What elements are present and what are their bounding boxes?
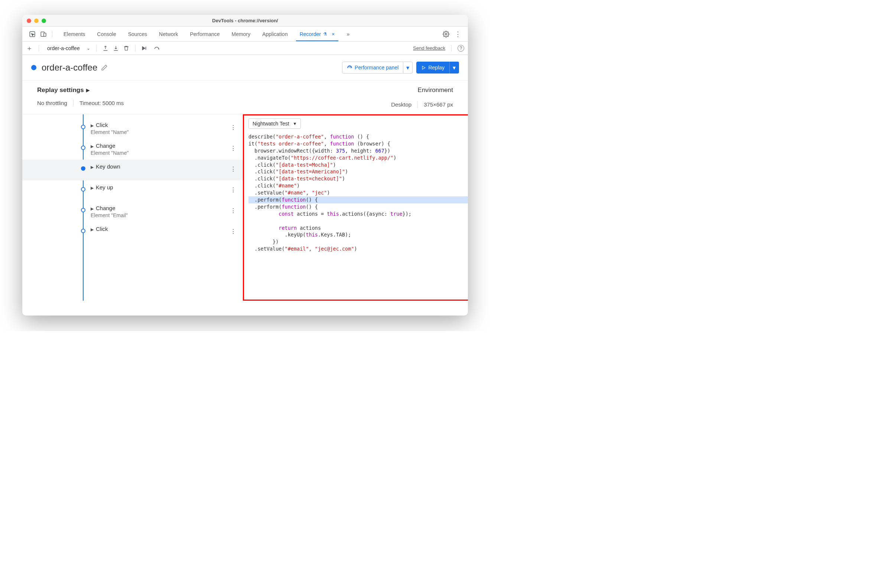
performance-panel-button-group: Performance panel ▾ xyxy=(342,62,412,74)
recording-status-dot-icon xyxy=(31,65,36,70)
step-title: Change xyxy=(96,142,116,149)
device-value: Desktop xyxy=(391,101,411,108)
tab-sources[interactable]: Sources xyxy=(122,27,153,41)
recording-header: order-a-coffee Performance panel ▾ Repla… xyxy=(22,55,468,80)
step-dot-icon xyxy=(81,166,85,171)
step-dot-icon xyxy=(81,208,85,212)
replay-settings-toggle[interactable]: Replay settings ▶ xyxy=(37,86,89,94)
replay-button[interactable]: Replay xyxy=(416,62,449,74)
throttling-value: No throttling xyxy=(37,100,67,106)
steps-timeline: ▶ClickElement "Name"⋮▶ChangeElement "Nam… xyxy=(22,114,243,301)
replay-button-group: Replay ▾ xyxy=(416,62,459,74)
experiment-flask-icon: ⚗ xyxy=(323,31,327,37)
export-icon[interactable] xyxy=(102,45,108,52)
inspect-icon[interactable] xyxy=(29,30,36,37)
chevron-down-icon: ▼ xyxy=(293,121,297,126)
step-item[interactable]: ▶ChangeElement "Name"⋮ xyxy=(22,139,243,160)
step-menu-icon[interactable]: ⋮ xyxy=(230,207,236,214)
svg-rect-2 xyxy=(44,33,46,36)
svg-point-3 xyxy=(445,33,447,35)
step-menu-icon[interactable]: ⋮ xyxy=(230,187,236,193)
step-subtitle: Element "Email" xyxy=(90,212,128,218)
tab-recorder[interactable]: Recorder⚗× xyxy=(294,27,341,41)
step-icon[interactable] xyxy=(153,45,160,52)
play-icon xyxy=(421,65,426,70)
code-view[interactable]: describe("order-a-coffee", function () {… xyxy=(244,132,468,299)
step-dot-icon xyxy=(81,145,85,150)
step-item[interactable]: ▶ClickElement "Name"⋮ xyxy=(22,118,243,139)
tab-console[interactable]: Console xyxy=(91,27,122,41)
step-item[interactable]: ▶Click⋮ xyxy=(22,222,243,243)
edit-title-icon[interactable] xyxy=(101,64,108,71)
gauge-icon xyxy=(347,65,353,71)
main-area: ▶ClickElement "Name"⋮▶ChangeElement "Nam… xyxy=(22,114,468,301)
replay-dropdown[interactable]: ▾ xyxy=(449,62,459,74)
tab-application[interactable]: Application xyxy=(256,27,294,41)
devtools-window: DevTools - chrome://version/ ElementsCon… xyxy=(22,15,468,315)
tab-memory[interactable]: Memory xyxy=(226,27,257,41)
step-title: Change xyxy=(96,205,116,211)
chevron-right-icon: ▶ xyxy=(90,186,93,190)
step-title: Click xyxy=(96,122,108,128)
kebab-menu-icon[interactable]: ⋮ xyxy=(455,30,461,38)
chevron-right-icon: ▶ xyxy=(90,206,93,211)
viewport-value: 375×667 px xyxy=(424,101,453,108)
tab-network[interactable]: Network xyxy=(153,27,184,41)
devtools-tabbar: ElementsConsoleSourcesNetworkPerformance… xyxy=(22,27,468,41)
step-subtitle: Element "Name" xyxy=(90,129,129,135)
settings-gear-icon[interactable] xyxy=(443,30,449,37)
export-format-dropdown[interactable]: Nightwatch Test ▼ xyxy=(248,118,301,129)
chevron-right-icon: ▶ xyxy=(90,227,93,232)
recorder-toolbar: ＋ order-a-coffee ⌄ Send feedback ? xyxy=(22,41,468,55)
tab-performance[interactable]: Performance xyxy=(184,27,225,41)
timeout-value: Timeout: 5000 ms xyxy=(80,100,124,106)
add-recording-button[interactable]: ＋ xyxy=(26,44,33,53)
performance-panel-dropdown[interactable]: ▾ xyxy=(403,62,412,74)
chevron-right-icon: ▶ xyxy=(90,144,93,148)
chevron-right-icon: ▶ xyxy=(86,87,89,93)
step-subtitle: Element "Name" xyxy=(90,150,129,156)
step-dot-icon xyxy=(81,125,85,129)
step-title: Click xyxy=(96,226,108,232)
chevron-right-icon: ▶ xyxy=(90,165,93,169)
device-toggle-icon[interactable] xyxy=(40,30,47,37)
send-feedback-link[interactable]: Send feedback xyxy=(413,45,445,51)
tab-close-icon[interactable]: × xyxy=(332,31,335,37)
step-menu-icon[interactable]: ⋮ xyxy=(230,166,236,173)
step-title: Key up xyxy=(96,184,113,190)
performance-panel-button[interactable]: Performance panel xyxy=(342,62,403,74)
step-title: Key down xyxy=(96,163,120,170)
recording-name: order-a-coffee xyxy=(45,45,82,51)
step-over-icon[interactable] xyxy=(141,45,149,52)
chevron-down-icon[interactable]: ⌄ xyxy=(86,46,90,51)
tab-elements[interactable]: Elements xyxy=(58,27,91,41)
window-title: DevTools - chrome://version/ xyxy=(22,18,468,24)
step-menu-icon[interactable]: ⋮ xyxy=(230,124,236,131)
delete-icon[interactable] xyxy=(123,45,129,52)
titlebar: DevTools - chrome://version/ xyxy=(22,15,468,27)
step-item[interactable]: ▶ChangeElement "Email"⋮ xyxy=(22,201,243,222)
import-icon[interactable] xyxy=(113,45,119,52)
environment-title: Environment xyxy=(418,86,453,94)
step-item[interactable]: ▶Key up⋮ xyxy=(22,181,243,201)
step-dot-icon xyxy=(81,187,85,191)
code-export-panel: Nightwatch Test ▼ ✕ describe("order-a-co… xyxy=(243,114,468,301)
chevron-right-icon: ▶ xyxy=(90,123,93,128)
step-menu-icon[interactable]: ⋮ xyxy=(230,145,236,152)
step-menu-icon[interactable]: ⋮ xyxy=(230,228,236,235)
more-tabs-button[interactable]: » xyxy=(341,27,355,41)
recording-title: order-a-coffee xyxy=(42,62,97,73)
step-dot-icon xyxy=(81,229,85,233)
step-item[interactable]: ▶Key down⋮ xyxy=(22,160,243,181)
help-icon[interactable]: ? xyxy=(458,45,464,52)
replay-settings-section: Replay settings ▶ Environment No throttl… xyxy=(22,80,468,114)
